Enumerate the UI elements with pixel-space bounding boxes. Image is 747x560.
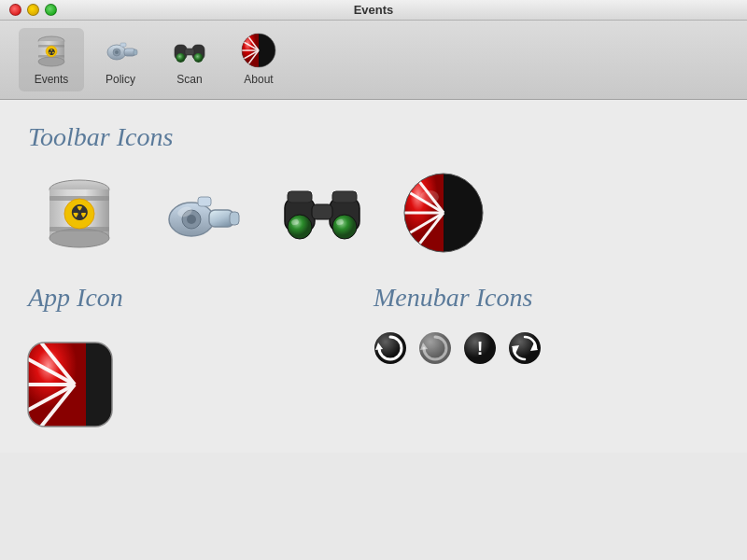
- svg-text:☢: ☢: [48, 48, 55, 57]
- toolbar-label-policy: Policy: [106, 73, 135, 86]
- scan-binoculars-icon-large: [280, 171, 364, 255]
- app-icon-title: App Icon: [28, 283, 374, 313]
- svg-point-45: [288, 215, 312, 239]
- svg-point-37: [187, 215, 196, 224]
- toolbar-icons-title: Toolbar Icons: [28, 122, 719, 152]
- policy-whistle-icon-large: [159, 171, 243, 255]
- toolbar-label-about: About: [244, 73, 273, 86]
- svg-rect-44: [332, 191, 357, 203]
- maximize-button[interactable]: [45, 4, 57, 16]
- app-icon-image: [28, 343, 112, 427]
- menubar-icon-2: [418, 331, 452, 365]
- svg-point-11: [115, 50, 119, 54]
- menubar-icons-row: !: [374, 331, 719, 365]
- minimize-button[interactable]: [27, 4, 39, 16]
- svg-point-17: [194, 53, 204, 63]
- svg-rect-43: [288, 191, 312, 203]
- about-sphere-icon-large: [402, 171, 486, 255]
- svg-rect-12: [120, 43, 126, 47]
- menubar-icon-3: !: [463, 331, 497, 365]
- close-button[interactable]: [9, 4, 21, 16]
- toolbar-item-about[interactable]: About: [226, 28, 291, 91]
- menubar-icon-4: [508, 331, 542, 365]
- svg-rect-42: [312, 204, 332, 219]
- toolbar-item-events[interactable]: ☢ Events: [19, 28, 84, 91]
- app-icon-section: App Icon: [28, 283, 374, 430]
- svg-text:☢: ☢: [70, 202, 89, 225]
- toolbar-item-policy[interactable]: Policy: [88, 28, 153, 91]
- menubar-icon-1: [374, 331, 407, 365]
- title-bar: Events: [0, 0, 747, 21]
- main-content: Toolbar Icons: [0, 100, 747, 453]
- toolbar-label-events: Events: [35, 73, 69, 86]
- svg-rect-38: [198, 197, 211, 206]
- scan-binoculars-icon-small: [171, 32, 208, 69]
- svg-rect-60: [82, 343, 112, 427]
- svg-point-46: [332, 215, 357, 239]
- events-barrel-icon-small: ☢: [33, 32, 70, 69]
- about-sphere-icon-small: [240, 32, 277, 69]
- bottom-row: App Icon: [28, 283, 719, 430]
- svg-rect-15: [185, 49, 194, 55]
- window-title: Events: [354, 3, 394, 17]
- svg-point-56: [420, 190, 439, 203]
- toolbar: ☢ Events: [0, 21, 747, 100]
- svg-point-2: [38, 57, 64, 66]
- menubar-icons-title: Menubar Icons: [374, 283, 719, 313]
- toolbar-icons-row: ☢: [28, 171, 719, 255]
- events-barrel-icon-large: ☢: [37, 171, 121, 255]
- svg-rect-35: [230, 212, 239, 225]
- svg-rect-9: [134, 49, 137, 55]
- window-controls: [9, 4, 57, 16]
- menubar-section: Menubar Icons: [374, 283, 719, 430]
- svg-text:!: !: [477, 338, 484, 358]
- toolbar-label-scan: Scan: [176, 73, 202, 86]
- policy-whistle-icon-small: [102, 32, 139, 69]
- toolbar-item-scan[interactable]: Scan: [157, 28, 222, 91]
- svg-point-16: [176, 53, 186, 63]
